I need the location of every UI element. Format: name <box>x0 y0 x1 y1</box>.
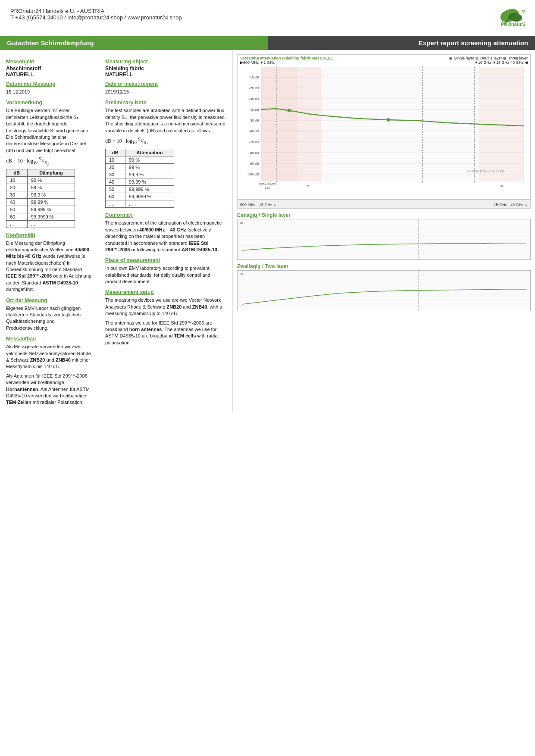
double-layer-legend: Double layer <box>476 56 502 60</box>
single-layer-chart: dB <box>237 219 531 260</box>
measuring-object-value2: NATURELL <box>105 72 226 78</box>
table-row: ...... <box>106 200 174 208</box>
chart-title-text: Screening attenuation Shielding fabric N… <box>240 56 333 60</box>
chart-legend-area: Single layer Double layer Three layer ▼1… <box>449 56 528 65</box>
left-column: Messobjekt Abschirmstoff NATURELL Datum … <box>0 50 99 412</box>
svg-text:GSM / UMTS: GSM / UMTS <box>259 183 277 186</box>
table-row: 3099,9 % <box>106 171 174 178</box>
db-table-de: dB Dämpfung 1090 %2099 %3099,9 %4099,99 … <box>6 169 75 228</box>
svg-text:-50 dB: -50 dB <box>249 119 259 122</box>
pronatur24-logo: PROnatur24 ® <box>477 8 525 31</box>
konformitat-label: Konformität <box>6 232 93 238</box>
svg-text:5G: 5G <box>500 184 504 187</box>
svg-text:-80 dB: -80 dB <box>249 151 259 155</box>
table-row: 1090 % <box>6 176 75 184</box>
svg-text:LTE: LTE <box>265 186 271 189</box>
table-row: 2099 % <box>106 164 174 171</box>
conformity-text: The measurement of the attenuation of el… <box>105 220 226 253</box>
db-table-en: dB Attenuation 1090 %2099 %3099,9 %4099,… <box>105 149 174 208</box>
svg-rect-26 <box>261 67 298 181</box>
page-header: PROnatur24 Handels e.U. - AUSTRIA T +43 … <box>0 0 535 36</box>
db-col-header-en: dB <box>106 149 125 156</box>
middle-column: Measuring object Shielding fabric NATURE… <box>99 50 233 412</box>
messaufbau-text1: Als Messgeräte verwenden wir zwei vektor… <box>6 344 93 370</box>
svg-text:© YSHIELD GmbH & Co.KG: © YSHIELD GmbH & Co.KG <box>466 170 504 173</box>
main-content: Messobjekt Abschirmstoff NATURELL Datum … <box>0 50 535 412</box>
setup-label: Measurement setup <box>105 289 226 295</box>
svg-text:dB: dB <box>240 222 243 224</box>
place-label: Place of measurement <box>105 257 226 263</box>
ort-text: Eigenes EMV-Labor nach gängigen etablier… <box>6 305 93 332</box>
single-layer-svg: dB <box>238 219 530 260</box>
messobjekt-label: Messobjekt <box>6 59 93 65</box>
svg-text:-70 dB: -70 dB <box>249 140 259 144</box>
table-row: 3099,9 % <box>6 191 75 198</box>
svg-text:-100 dB: -100 dB <box>247 172 259 176</box>
arrow-down-left: ↓ <box>273 200 276 207</box>
triple-dot <box>503 57 506 60</box>
table-row: ...... <box>6 220 75 228</box>
freq-marker-15g: ▼15 GHz <box>492 60 509 65</box>
title-bar: Gutachten Schirmdämpfung Expert report s… <box>0 36 535 50</box>
date-label: Date of measurement <box>105 81 226 87</box>
triple-layer-legend: Three layer <box>503 56 528 60</box>
messobjekt-value1: Abschirmstoff <box>6 66 93 72</box>
svg-text:-10 dB: -10 dB <box>249 75 259 79</box>
two-layer-chart: dB <box>237 270 531 311</box>
date-value: 2019/12/15 <box>105 89 226 95</box>
table-row: 4099,99 % <box>106 178 174 186</box>
freq-bar-left: 600 MHz - 15 GHz ↓ <box>240 200 276 207</box>
svg-text:5G: 5G <box>307 184 310 187</box>
measuring-object-value1: Shielding fabric <box>105 66 226 72</box>
freq-marker-10g: ▼10 GHz <box>474 60 491 65</box>
main-chart: Screening attenuation Shielding fabric N… <box>237 54 531 209</box>
freq-marker-600: ▶600 MHz <box>240 60 259 65</box>
formula-en: dB = 10 · log10 S1/S2 <box>105 137 226 146</box>
company-info: PROnatur24 Handels e.U. - AUSTRIA T +43 … <box>10 8 182 21</box>
single-dot-marker1 <box>288 109 291 112</box>
table-row: 5099,999 % <box>6 206 75 213</box>
chart-title-left: Screening attenuation Shielding fabric N… <box>240 56 333 65</box>
conformity-label: Conformity <box>105 212 226 218</box>
svg-text:-40 dB: -40 dB <box>249 108 259 112</box>
single-layer-title: Einlagig / Single layer <box>237 212 531 218</box>
svg-rect-27 <box>298 67 322 181</box>
double-dot <box>476 57 479 60</box>
two-layer-svg: dB <box>238 271 530 311</box>
single-layer-legend: Single layer <box>449 56 475 60</box>
main-chart-svg: -10 dB -20 dB -30 dB -40 dB -50 dB -60 d… <box>238 65 530 198</box>
company-name: PROnatur24 Handels e.U. - AUSTRIA <box>10 8 182 14</box>
svg-text:-60 dB: -60 dB <box>249 129 259 133</box>
datum-label: Datum der Messung <box>6 81 93 87</box>
table-row: 5099,999 % <box>106 186 174 193</box>
svg-text:dB: dB <box>240 273 243 275</box>
svg-text:®: ® <box>522 10 524 12</box>
table-row: 6099,9999 % <box>106 193 174 200</box>
logo-area: PROnatur24 ® <box>477 8 525 31</box>
place-text: In our own EMV laboratory according to p… <box>105 265 226 285</box>
messobjekt-value2: NATURELL <box>6 72 93 78</box>
right-column: Screening attenuation Shielding fabric N… <box>233 50 535 412</box>
freq-marker-1g: ▼1 GHz <box>260 60 275 65</box>
datum-value: 15.12.2019 <box>6 89 93 95</box>
freq-right-text: 15 GHz - 40 GHz <box>494 203 523 207</box>
chart-header: Screening attenuation Shielding fabric N… <box>238 55 530 65</box>
table-row: 4099,99 % <box>6 198 75 206</box>
konformitat-text: Die Messung der Dämpfung elektromagnetis… <box>6 240 93 293</box>
measuring-object-label: Measuring object <box>105 59 226 65</box>
messaufbau-text2: Als Antennen für IEEE Std 299™-2006 verw… <box>6 373 93 406</box>
company-contact: T +43 (0)5574 24010 / info@pronatur24.sh… <box>10 14 182 21</box>
table-row: 6099,9999 % <box>6 213 75 220</box>
freq-bar-right: 15 GHz - 40 GHz ↓ <box>494 200 528 207</box>
ort-label: Ort der Messung <box>6 297 93 303</box>
freq-left-text: 600 MHz - 15 GHz <box>240 203 272 207</box>
table-row: 2099 % <box>6 184 75 191</box>
svg-text:PROnatur24: PROnatur24 <box>501 22 525 27</box>
arrow-down-right: ↓ <box>525 200 528 207</box>
two-layer-title: Zweilagig / Two layer <box>237 263 531 269</box>
single-dot <box>449 57 452 60</box>
messaufbau-label: Messaufbau <box>6 336 93 342</box>
setup-text1: The measuring devices we use are two Vec… <box>105 297 226 317</box>
title-right: Expert report screening attenuation <box>268 36 535 50</box>
svg-text:-20 dB: -20 dB <box>249 86 259 90</box>
